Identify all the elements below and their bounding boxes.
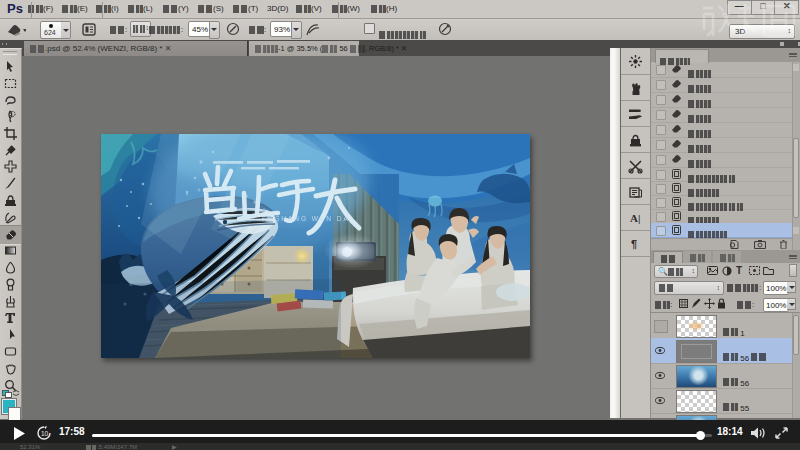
- svg-text:10: 10: [41, 430, 49, 437]
